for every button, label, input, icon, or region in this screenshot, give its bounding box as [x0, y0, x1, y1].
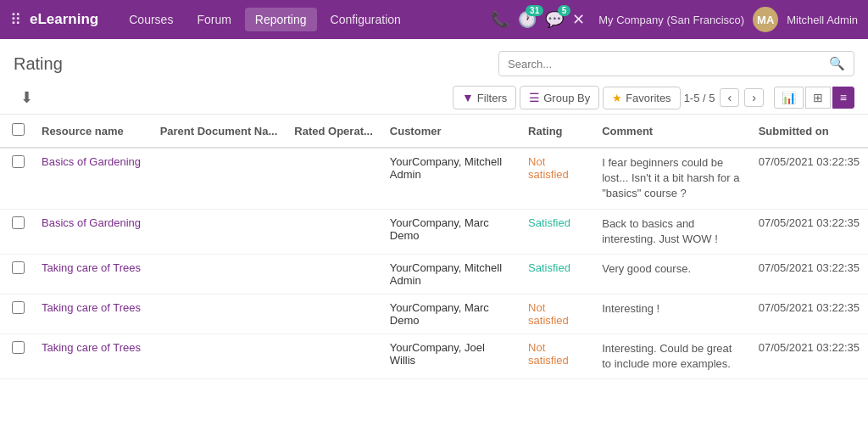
- row-submitted: 07/05/2021 03:22:35: [750, 254, 868, 294]
- nav-forum[interactable]: Forum: [186, 8, 241, 31]
- header-comment[interactable]: Comment: [593, 115, 749, 148]
- comment-text: Interesting. Could be great to include m…: [602, 342, 732, 370]
- row-comment: Very good course.: [593, 254, 749, 294]
- submitted-date: 07/05/2021 03:22:35: [759, 155, 860, 168]
- row-rating: Not satisfied: [520, 334, 593, 378]
- nav-courses[interactable]: Courses: [119, 8, 183, 31]
- comment-text: Interesting !: [602, 302, 659, 315]
- row-rated: [286, 334, 381, 378]
- table-header-row: Resource name Parent Document Na... Rate…: [0, 115, 868, 148]
- pagination-next[interactable]: ›: [744, 88, 764, 107]
- resource-link[interactable]: Basics of Gardening: [42, 155, 141, 168]
- row-checkbox[interactable]: [12, 216, 25, 229]
- header-rating[interactable]: Rating: [520, 115, 593, 148]
- resource-link[interactable]: Basics of Gardening: [42, 216, 141, 229]
- rating-badge: Satisfied: [528, 216, 570, 229]
- row-parent: [152, 334, 287, 378]
- row-checkbox-cell: [0, 209, 33, 254]
- username-label: Mitchell Admin: [787, 14, 858, 26]
- top-navigation: ⠿ eLearning Courses Forum Reporting Conf…: [0, 0, 868, 39]
- nav-reporting[interactable]: Reporting: [245, 8, 317, 31]
- row-checkbox-cell: [0, 254, 33, 294]
- header-parent[interactable]: Parent Document Na...: [152, 115, 287, 148]
- messages-badge: 5: [558, 5, 571, 16]
- header-rated[interactable]: Rated Operat...: [286, 115, 381, 148]
- header-resource[interactable]: Resource name: [33, 115, 152, 148]
- search-input[interactable]: [499, 53, 821, 75]
- header-customer[interactable]: Customer: [381, 115, 520, 148]
- table-body: Basics of Gardening YourCompany, Mitchel…: [0, 148, 868, 379]
- row-submitted: 07/05/2021 03:22:35: [750, 294, 868, 334]
- filters-label: Filters: [477, 92, 507, 104]
- row-customer: YourCompany, Mitchell Admin: [381, 254, 520, 294]
- row-submitted: 07/05/2021 03:22:35: [750, 209, 868, 254]
- row-resource: Basics of Gardening: [33, 209, 152, 254]
- submitted-date: 07/05/2021 03:22:35: [759, 301, 860, 314]
- close-icon[interactable]: ✕: [572, 10, 585, 29]
- row-customer: YourCompany, Mitchell Admin: [381, 148, 520, 209]
- groupby-button[interactable]: ☰ Group By: [520, 86, 599, 109]
- row-resource: Taking care of Trees: [33, 334, 152, 378]
- row-comment: Interesting !: [593, 294, 749, 334]
- submitted-date: 07/05/2021 03:22:35: [759, 341, 860, 354]
- company-label[interactable]: My Company (San Francisco): [598, 14, 744, 26]
- select-all-checkbox[interactable]: [12, 123, 25, 136]
- view-chart-button[interactable]: 📊: [774, 87, 804, 109]
- header-checkbox-col: [0, 115, 33, 148]
- messages-icon[interactable]: 💬 5: [545, 10, 564, 29]
- pagination-prev[interactable]: ‹: [720, 88, 739, 107]
- brand-label[interactable]: eLearning: [30, 11, 98, 28]
- pagination: 1-5 / 5 ‹ ›: [684, 88, 764, 107]
- table-container: Resource name Parent Document Na... Rate…: [0, 115, 868, 379]
- search-button[interactable]: 🔍: [821, 52, 854, 76]
- view-grid-button[interactable]: ⊞: [805, 87, 831, 109]
- nav-configuration[interactable]: Configuration: [320, 8, 411, 31]
- star-icon: ★: [612, 92, 622, 104]
- row-checkbox[interactable]: [12, 301, 25, 314]
- search-container: 🔍: [498, 51, 854, 76]
- row-parent: [152, 209, 287, 254]
- row-customer: YourCompany, Marc Demo: [381, 294, 520, 334]
- toolbar-right: ▼ Filters ☰ Group By ★ Favorites 1-5 / 5…: [453, 86, 854, 109]
- row-checkbox[interactable]: [12, 261, 25, 274]
- row-rating: Satisfied: [520, 209, 593, 254]
- filter-icon: ▼: [462, 91, 474, 104]
- comment-text: Very good course.: [602, 262, 691, 275]
- row-resource: Basics of Gardening: [33, 148, 152, 209]
- download-button[interactable]: ⬇: [14, 85, 40, 110]
- submitted-date: 07/05/2021 03:22:35: [759, 216, 860, 229]
- row-parent: [152, 254, 287, 294]
- avatar[interactable]: MA: [753, 7, 778, 32]
- nav-menu: Courses Forum Reporting Configuration: [119, 8, 491, 31]
- view-list-button[interactable]: ≡: [832, 87, 854, 109]
- table-row: Basics of Gardening YourCompany, Mitchel…: [0, 148, 868, 209]
- activity-icon[interactable]: 🕐 31: [518, 10, 537, 29]
- comment-text: Back to basics and interesting. Just WOW…: [602, 217, 718, 245]
- row-rating: Not satisfied: [520, 294, 593, 334]
- page-title: Rating: [14, 54, 63, 74]
- row-checkbox-cell: [0, 334, 33, 378]
- toolbar-left: ⬇: [14, 85, 446, 110]
- row-parent: [152, 148, 287, 209]
- resource-link[interactable]: Taking care of Trees: [42, 301, 141, 314]
- groupby-label: Group By: [543, 92, 590, 104]
- comment-text: I fear beginners could be lost... Isn't …: [602, 156, 739, 199]
- activity-badge: 31: [526, 5, 543, 16]
- row-checkbox[interactable]: [12, 341, 25, 354]
- view-icons: 📊 ⊞ ≡: [774, 87, 854, 109]
- pagination-count: 1-5 / 5: [684, 92, 715, 104]
- row-rated: [286, 254, 381, 294]
- header-submitted[interactable]: Submitted on: [750, 115, 868, 148]
- submitted-date: 07/05/2021 03:22:35: [759, 261, 860, 274]
- resource-link[interactable]: Taking care of Trees: [42, 261, 141, 274]
- table-row: Taking care of Trees YourCompany, Marc D…: [0, 294, 868, 334]
- grid-icon[interactable]: ⠿: [10, 10, 21, 29]
- row-checkbox-cell: [0, 148, 33, 209]
- resource-link[interactable]: Taking care of Trees: [42, 341, 141, 354]
- row-checkbox[interactable]: [12, 155, 25, 168]
- rating-badge: Satisfied: [528, 261, 570, 274]
- favorites-button[interactable]: ★ Favorites: [603, 87, 680, 109]
- filters-button[interactable]: ▼ Filters: [453, 86, 516, 109]
- groupby-icon: ☰: [529, 91, 540, 104]
- phone-icon[interactable]: 📞: [491, 10, 509, 29]
